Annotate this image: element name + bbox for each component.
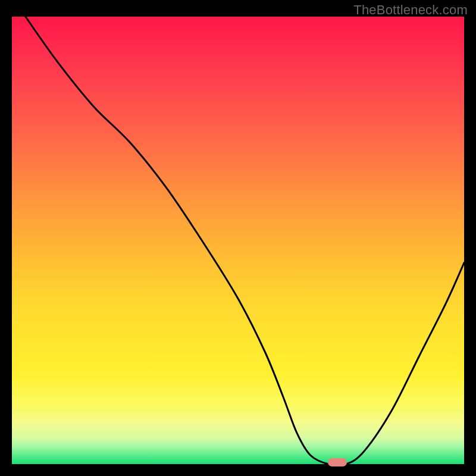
curve-svg	[12, 17, 464, 464]
chart-stage: TheBottleneck.com	[0, 0, 476, 476]
bottleneck-curve-path	[26, 17, 464, 464]
watermark-text: TheBottleneck.com	[353, 2, 468, 18]
optimum-marker	[328, 458, 347, 466]
plot-area	[12, 17, 464, 464]
